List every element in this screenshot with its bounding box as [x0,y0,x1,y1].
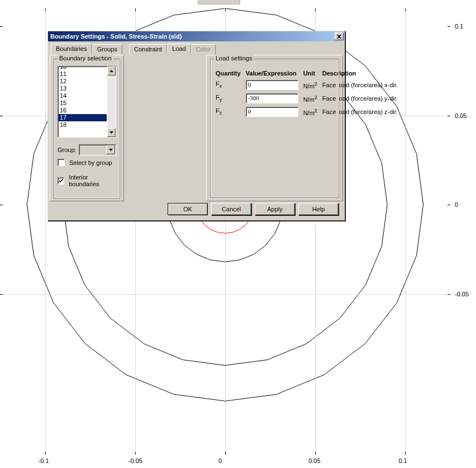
list-item[interactable]: 10 [58,66,107,70]
desc-cell: Face load (force/area) y-dir. [322,93,402,104]
list-item[interactable]: 15 [58,100,107,107]
help-button[interactable]: Help [298,203,339,215]
value-input-0[interactable]: 0 [246,80,298,90]
load-settings-title: Load settings [214,55,254,62]
boundary-settings-dialog: Boundary Settings - Solid, Stress-Strain… [47,31,345,221]
unit-cell: N/m2 [303,79,322,91]
desc-cell: Face load (force/area) x-dir. [322,79,402,91]
list-item[interactable]: 17 [58,114,107,121]
ok-button[interactable]: OK [168,203,208,215]
tab-constraint[interactable]: Constraint [129,44,167,54]
quantity-cell: Fy [215,93,245,104]
unit-cell: N/m2 [303,93,322,104]
chevron-down-icon[interactable] [106,145,115,154]
dialog-title: Boundary Settings - Solid, Stress-Strain… [50,33,335,40]
interior-boundaries-checkbox[interactable] [58,177,64,185]
titlebar[interactable]: Boundary Settings - Solid, Stress-Strain… [48,31,345,41]
right-panel: Load settings Quantity Value/Expression … [206,55,343,201]
quantity-cell: Fx [215,79,245,91]
right-tabstrip: ConstraintLoadColor [129,44,343,55]
list-item[interactable]: 14 [58,92,107,100]
x-tick-label: -0.1 [39,457,49,464]
value-input-2[interactable]: 0 [246,107,298,117]
x-tick-label: 0.1 [398,457,407,464]
scroll-down-icon[interactable] [107,128,116,137]
group-label: Group: [58,146,77,153]
cancel-button[interactable]: Cancel [211,203,251,215]
list-item[interactable]: 11 [58,70,107,78]
col-value: Value/Expression [245,69,303,77]
boundary-selection-group: Boundary selection 101112131415161718 Gr… [54,59,120,198]
table-row: Fx0N/m2Face load (force/area) x-dir. [215,79,402,91]
select-by-group-checkbox[interactable] [58,159,65,166]
group-combo[interactable] [79,144,116,155]
interior-boundaries-label: Interior boundaries [69,174,116,187]
scroll-up-icon[interactable] [107,67,116,75]
list-item[interactable]: 12 [58,78,107,85]
tab-load[interactable]: Load [167,44,191,55]
tab-color[interactable]: Color [191,44,216,54]
col-quantity: Quantity [215,69,245,77]
toolbar-stub [198,0,240,4]
table-row: Fy-300N/m2Face load (force/area) y-dir. [215,93,402,104]
y-tick-label: -0.05 [455,291,469,297]
value-input-1[interactable]: -300 [246,93,298,103]
list-item[interactable]: 16 [58,107,107,114]
desc-cell: Face load (force/area) z-dir. [322,106,402,117]
y-tick-label: 0 [455,201,458,208]
x-tick-label: 0.05 [308,457,320,464]
boundary-listbox[interactable]: 101112131415161718 [58,66,116,138]
x-tick-label: -0.05 [128,457,142,464]
y-tick-label: 0.1 [455,23,463,30]
left-panel: Boundary selection 101112131415161718 Gr… [50,55,124,201]
load-settings-group: Load settings Quantity Value/Expression … [210,59,339,197]
scrollbar[interactable] [107,67,116,137]
list-item[interactable]: 18 [58,121,107,129]
col-unit: Unit [303,69,322,77]
left-tabstrip: BoundariesGroups [51,44,124,55]
boundary-selection-title: Boundary selection [58,55,113,62]
tab-boundaries[interactable]: Boundaries [51,44,92,55]
select-by-group-label: Select by group [69,159,112,166]
unit-cell: N/m2 [303,106,322,117]
button-row: OK Cancel Apply Help [168,203,339,215]
load-table: Quantity Value/Expression Unit Descripti… [215,67,402,120]
quantity-cell: Fz [215,106,245,117]
close-icon[interactable] [335,32,344,40]
x-tick-label: 0 [218,457,222,464]
y-tick-label: 0.05 [455,112,467,119]
apply-button[interactable]: Apply [255,203,295,215]
list-item[interactable]: 13 [58,85,107,92]
table-row: Fz0N/m2Face load (force/area) z-dir. [215,106,402,117]
col-description: Description [322,69,402,77]
tab-groups[interactable]: Groups [92,44,122,54]
